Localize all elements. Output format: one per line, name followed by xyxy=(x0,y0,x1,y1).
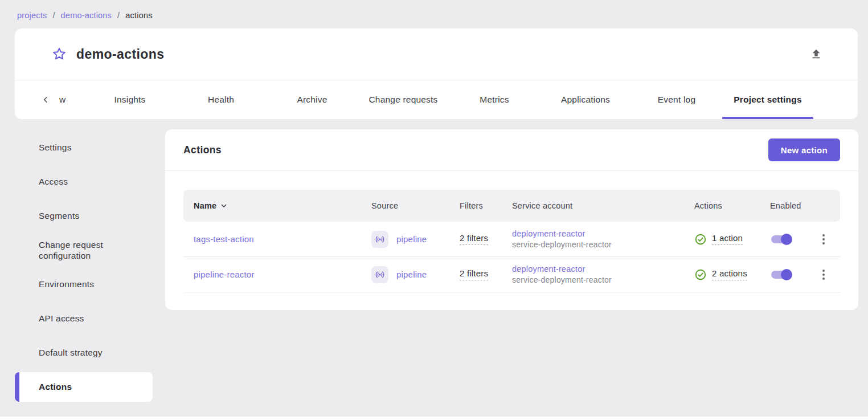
breadcrumb-separator: / xyxy=(52,11,55,20)
upload-icon[interactable] xyxy=(808,46,825,63)
tabs-scroll-left-button[interactable] xyxy=(35,80,56,119)
breadcrumb: projects / demo-actions / actions xyxy=(0,0,868,20)
action-name-link[interactable]: tags-test-action xyxy=(194,234,254,244)
sidebar-item-segments[interactable]: Segments xyxy=(15,199,153,233)
breadcrumb-projects[interactable]: projects xyxy=(17,11,47,20)
breadcrumb-current: actions xyxy=(125,11,152,20)
actions-count[interactable]: 2 actions xyxy=(712,268,747,280)
actions-count[interactable]: 1 action xyxy=(712,233,743,245)
sidebar-item-default-strategy[interactable]: Default strategy xyxy=(15,336,153,370)
sidebar-item-settings[interactable]: Settings xyxy=(15,131,153,165)
sidebar-item-api-access[interactable]: API access xyxy=(15,301,153,336)
tab-health[interactable]: Health xyxy=(175,80,267,119)
sidebar-item-actions[interactable]: Actions xyxy=(15,372,153,402)
actions-panel-header: Actions New action xyxy=(165,129,858,170)
tab-project-settings[interactable]: Project settings xyxy=(722,80,813,119)
column-header-name[interactable]: Name xyxy=(183,201,371,210)
tab-event-log[interactable]: Event log xyxy=(631,80,722,119)
row-menu-kebab-icon[interactable] xyxy=(819,231,828,248)
row-menu-kebab-icon[interactable] xyxy=(819,266,828,283)
table-row: tags-test-action pipeline 2 filters depl… xyxy=(183,222,840,257)
project-header-card: demo-actions w Insights Health Archive C… xyxy=(15,28,858,119)
enabled-toggle[interactable] xyxy=(770,268,793,281)
tab-change-requests[interactable]: Change requests xyxy=(358,80,449,119)
settings-sidebar: Settings Access Segments Change request … xyxy=(15,129,153,404)
filters-count[interactable]: 2 filters xyxy=(460,233,488,245)
service-account-subtext: service-deployment-reactor xyxy=(512,275,612,284)
sidebar-item-access[interactable]: Access xyxy=(15,165,153,199)
actions-table: Name Source Filters Service account Acti… xyxy=(165,171,858,310)
page-title: demo-actions xyxy=(76,47,808,62)
tab-insights[interactable]: Insights xyxy=(84,80,175,119)
column-header-enabled: Enabled xyxy=(770,201,814,210)
enabled-toggle[interactable] xyxy=(770,233,793,246)
project-tabs: w Insights Health Archive Change request… xyxy=(15,80,858,119)
filters-count[interactable]: 2 filters xyxy=(460,268,488,280)
project-title-row: demo-actions xyxy=(15,28,858,80)
sort-chevron-down-icon xyxy=(220,202,228,210)
service-account-subtext: service-deployment-reactor xyxy=(512,240,612,249)
breadcrumb-project[interactable]: demo-actions xyxy=(61,11,112,20)
panel-title: Actions xyxy=(183,144,222,156)
tab-applications[interactable]: Applications xyxy=(540,80,631,119)
source-link[interactable]: pipeline xyxy=(396,270,427,279)
service-account-link[interactable]: deployment-reactor xyxy=(512,229,694,238)
new-action-button[interactable]: New action xyxy=(768,138,840,161)
column-header-source: Source xyxy=(371,201,460,210)
tab-metrics[interactable]: Metrics xyxy=(449,80,540,119)
table-header-row: Name Source Filters Service account Acti… xyxy=(183,190,840,222)
sensors-signal-icon xyxy=(371,266,388,283)
actions-panel: Actions New action Name Source Filters S… xyxy=(165,129,858,310)
tab-overview-truncated[interactable]: w xyxy=(56,80,84,119)
tab-archive[interactable]: Archive xyxy=(267,80,358,119)
column-header-filters: Filters xyxy=(460,201,512,210)
sidebar-item-change-request-configuration[interactable]: Change request configuration xyxy=(15,233,153,267)
action-name-link[interactable]: pipeline-reactor xyxy=(194,270,255,279)
sidebar-item-environments[interactable]: Environments xyxy=(15,267,153,301)
check-circle-icon xyxy=(694,268,707,281)
service-account-link[interactable]: deployment-reactor xyxy=(512,264,694,274)
column-label-name: Name xyxy=(194,201,216,210)
column-header-service-account: Service account xyxy=(512,201,694,210)
app-background: projects / demo-actions / actions demo-a… xyxy=(0,0,868,417)
breadcrumb-separator: / xyxy=(117,11,120,20)
source-link[interactable]: pipeline xyxy=(396,234,427,244)
table-row: pipeline-reactor pipeline 2 filters depl… xyxy=(183,257,840,292)
check-circle-icon xyxy=(694,233,707,246)
favorite-star-icon[interactable] xyxy=(51,46,67,62)
sensors-signal-icon xyxy=(371,231,388,248)
column-header-actions: Actions xyxy=(694,201,770,210)
content-area: Settings Access Segments Change request … xyxy=(15,129,858,404)
